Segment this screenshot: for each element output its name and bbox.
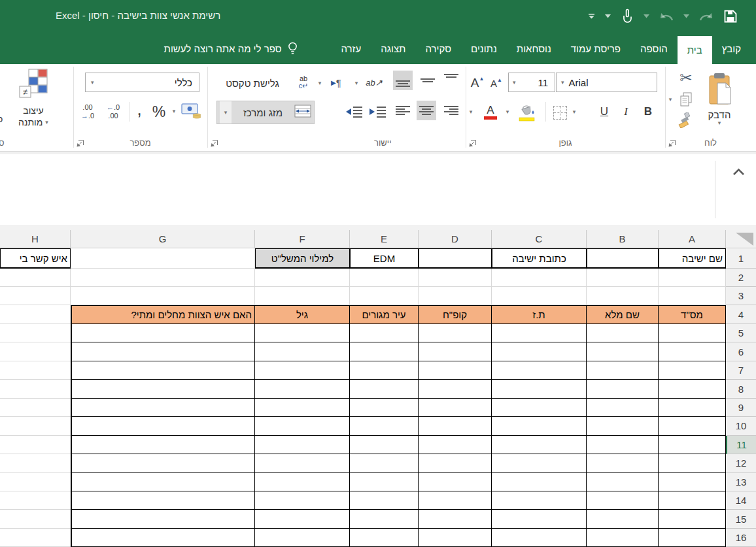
cell-F2[interactable] <box>255 269 350 287</box>
cell-B4[interactable]: שם מלא <box>587 305 659 324</box>
cell-F7[interactable] <box>255 361 350 380</box>
cell-C10[interactable] <box>492 417 587 435</box>
cell-H8[interactable] <box>0 380 71 398</box>
row-header-15[interactable]: 15 <box>726 510 756 528</box>
column-header-B[interactable]: B <box>587 230 659 248</box>
tab-4[interactable]: נוסחאות <box>507 33 561 64</box>
align-center-button[interactable] <box>417 101 436 120</box>
cell-C1[interactable]: כתובת ישיבה <box>492 248 587 269</box>
cut-button[interactable]: ✂ <box>677 69 695 86</box>
cell-C5[interactable] <box>492 324 587 342</box>
cell-B7[interactable] <box>587 361 659 380</box>
cell-H6[interactable] <box>0 342 71 361</box>
increase-indent-button[interactable] <box>367 102 388 122</box>
increase-decimal-button[interactable]: .00→.0 <box>76 101 99 123</box>
cell-F14[interactable] <box>255 491 350 510</box>
cell-A16[interactable] <box>659 529 726 547</box>
chevron-down-icon[interactable] <box>644 14 649 18</box>
row-header-16[interactable]: 16 <box>726 529 756 547</box>
cell-D5[interactable] <box>419 324 492 342</box>
cell-B11[interactable] <box>587 436 659 454</box>
cell-F16[interactable] <box>255 529 350 547</box>
cell-F10[interactable] <box>255 417 350 435</box>
cell-A13[interactable] <box>659 473 726 491</box>
cell-F1[interactable]: למילוי המשל"ט <box>255 248 350 269</box>
cell-H11[interactable] <box>0 436 71 454</box>
cell-G4[interactable]: האם איש הצוות מחלים ומתי? <box>71 305 255 324</box>
cell-A10[interactable] <box>659 417 726 435</box>
paste-button[interactable]: הדבק ▾ <box>696 67 742 132</box>
cell-D7[interactable] <box>419 361 492 380</box>
merge-center-button[interactable]: ▾ מזג ומרכז <box>216 101 315 124</box>
cell-A12[interactable] <box>659 454 726 472</box>
cell-C9[interactable] <box>492 399 587 417</box>
borders-dropdown[interactable]: ▾ <box>570 103 578 120</box>
cell-F6[interactable] <box>255 342 350 361</box>
wrap-text-button[interactable]: גלישת טקסט <box>214 75 291 91</box>
font-color-button[interactable]: A <box>479 101 502 123</box>
cell-G5[interactable] <box>71 324 255 342</box>
tab-6[interactable]: סקירה <box>415 33 461 64</box>
row-header-12[interactable]: 12 <box>726 454 756 472</box>
fill-color-dropdown[interactable]: ▾ <box>504 103 511 120</box>
font-size-combobox[interactable]: ▾ 11 <box>508 73 555 92</box>
cell-C8[interactable] <box>492 380 587 398</box>
cell-F13[interactable] <box>255 473 350 491</box>
cell-B15[interactable] <box>587 510 659 528</box>
column-header-A[interactable]: A <box>659 230 726 248</box>
cell-F8[interactable] <box>255 380 350 398</box>
chevron-down-icon[interactable]: ▾ <box>220 101 232 124</box>
accounting-format-button[interactable] <box>179 99 204 123</box>
alignment-dialog-launcher-icon[interactable] <box>210 139 219 148</box>
row-header-1[interactable]: 1 <box>726 248 756 269</box>
column-header-H[interactable]: H <box>0 230 71 248</box>
cell-B8[interactable] <box>587 380 659 398</box>
copy-button[interactable] <box>677 90 695 108</box>
cell-B10[interactable] <box>587 417 659 435</box>
cell-F12[interactable] <box>255 454 350 472</box>
cell-A6[interactable] <box>659 342 726 361</box>
cell-H1[interactable]: איש קשר בי <box>0 248 71 269</box>
wrap-text-icon[interactable]: abc↵ <box>294 72 313 93</box>
cell-C7[interactable] <box>492 361 587 380</box>
cell-H3[interactable] <box>0 287 71 305</box>
bold-button[interactable]: B <box>638 102 658 122</box>
paragraph-direction-icon[interactable]: ▶¶ <box>326 73 346 91</box>
cell-D15[interactable] <box>419 510 492 528</box>
cell-C3[interactable] <box>492 287 587 305</box>
save-icon[interactable] <box>723 9 738 24</box>
cell-A14[interactable] <box>659 491 726 510</box>
tab-1[interactable]: בית <box>678 36 712 64</box>
cell-E3[interactable] <box>350 287 419 305</box>
tell-me-box[interactable]: ספר לי מה אתה רוצה לעשות <box>164 33 299 64</box>
cell-A15[interactable] <box>659 510 726 528</box>
percent-style-button[interactable]: % <box>148 101 170 123</box>
chevron-down-icon[interactable] <box>605 14 611 18</box>
cell-B1[interactable] <box>587 248 659 269</box>
column-header-D[interactable]: D <box>419 230 492 248</box>
cell-B9[interactable] <box>587 399 659 417</box>
tab-2[interactable]: הוספה <box>630 33 678 64</box>
cell-H2[interactable] <box>0 269 71 287</box>
cell-A1[interactable]: שם ישיבה <box>659 248 726 269</box>
underline-button[interactable]: U <box>594 102 615 122</box>
cell-H7[interactable] <box>0 361 71 380</box>
cell-H12[interactable] <box>0 454 71 472</box>
cell-D14[interactable] <box>419 491 492 510</box>
chevron-down-icon[interactable] <box>683 14 689 18</box>
row-header-6[interactable]: 6 <box>726 342 756 361</box>
font-name-combobox[interactable]: ▾ Arial <box>556 73 657 92</box>
row-header-8[interactable]: 8 <box>726 380 756 398</box>
column-header-C[interactable]: C <box>492 230 587 248</box>
cell-C2[interactable] <box>492 269 587 287</box>
bottom-align-button[interactable] <box>393 71 413 90</box>
cell-C16[interactable] <box>492 529 587 547</box>
comma-style-button[interactable]: , <box>132 97 146 122</box>
cell-F4[interactable]: גיל <box>255 305 350 324</box>
font-color-dropdown[interactable]: ▾ <box>467 103 475 120</box>
cell-E12[interactable] <box>350 454 419 472</box>
cell-E1[interactable]: EDM <box>350 248 419 269</box>
cell-A8[interactable] <box>659 380 726 398</box>
cell-H16[interactable] <box>0 529 71 547</box>
cell-E4[interactable]: עיר מגורים <box>350 305 419 324</box>
